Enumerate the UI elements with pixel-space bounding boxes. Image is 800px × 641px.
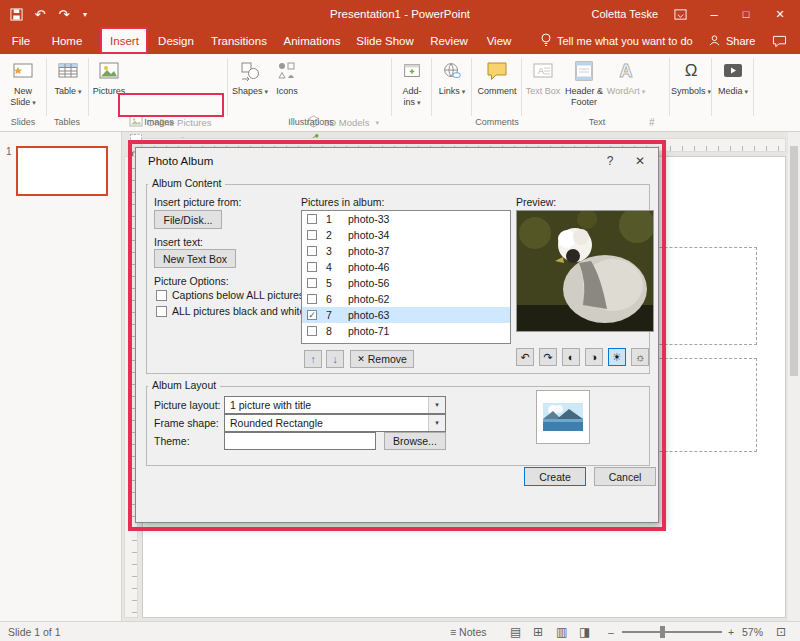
shapes-button[interactable]: Shapes▾	[231, 57, 269, 115]
fit-to-window-button[interactable]: ⊡	[776, 622, 786, 641]
picture-list-item[interactable]: 8photo-71	[302, 323, 510, 339]
rotate-left-button[interactable]: ↶	[516, 348, 534, 366]
picture-list-item[interactable]: 2photo-34	[302, 227, 510, 243]
file-disk-button[interactable]: File/Disk...	[154, 210, 222, 229]
links-button[interactable]: Links▾	[435, 57, 469, 115]
zoom-slider-handle[interactable]	[660, 626, 665, 638]
scrollbar-thumb[interactable]	[790, 146, 798, 376]
frame-shape-dropdown[interactable]: Rounded Rectangle ▾	[224, 414, 446, 432]
text-box-icon: A	[531, 57, 555, 85]
tab-insert[interactable]: Insert	[102, 28, 147, 54]
notes-button[interactable]: ≡ Notes	[450, 622, 487, 641]
comment-button[interactable]: Comment	[475, 57, 519, 115]
text-box-button[interactable]: A Text Box	[525, 57, 561, 115]
tab-transitions[interactable]: Transitions	[204, 28, 274, 54]
browse-button[interactable]: Browse...	[384, 432, 446, 450]
ribbon-display-options-icon[interactable]	[668, 0, 692, 28]
picture-layout-dropdown[interactable]: 1 picture with title ▾	[224, 396, 446, 414]
move-down-button[interactable]: ↓	[326, 350, 344, 368]
tab-slideshow[interactable]: Slide Show	[350, 28, 420, 54]
picture-checkbox[interactable]	[307, 262, 317, 272]
tell-me-box[interactable]: Tell me what you want to do	[540, 28, 693, 54]
close-button[interactable]: ✕	[766, 0, 794, 28]
picture-checkbox[interactable]	[307, 214, 317, 224]
wordart-label: WordArt▾	[607, 86, 645, 97]
zoom-in-button[interactable]: +	[728, 622, 734, 641]
maximize-button[interactable]: □	[732, 0, 760, 28]
picture-list-item-selected[interactable]: ✓7photo-63	[302, 307, 510, 323]
header-footer-button[interactable]: Header & Footer	[563, 57, 605, 115]
new-slide-button[interactable]: New Slide▾	[2, 57, 44, 115]
slide-sorter-view-button[interactable]: ⊞	[533, 622, 543, 641]
chevron-down-icon[interactable]: ▾	[428, 415, 445, 431]
icons-button[interactable]: Icons	[271, 57, 303, 115]
media-button[interactable]: Media▾	[715, 57, 751, 115]
captions-checkbox[interactable]	[156, 290, 167, 301]
picture-list-item[interactable]: 6photo-62	[302, 291, 510, 307]
slideshow-view-button[interactable]: ◨	[579, 622, 590, 641]
new-text-box-button[interactable]: New Text Box	[154, 249, 236, 268]
icons-icon	[275, 57, 299, 85]
dialog-help-button[interactable]: ?	[596, 148, 624, 174]
chevron-down-icon[interactable]: ▾	[428, 397, 445, 413]
symbols-button[interactable]: Ω Symbols▾	[673, 57, 709, 115]
pictures-button[interactable]: Pictures	[91, 57, 127, 115]
signed-in-user[interactable]: Coletta Teske	[592, 0, 658, 28]
group-separator	[391, 58, 392, 116]
tab-animations[interactable]: Animations	[278, 28, 346, 54]
tab-review[interactable]: Review	[424, 28, 474, 54]
picture-list-item[interactable]: 3photo-37	[302, 243, 510, 259]
contrast-up-button[interactable]: ◐	[562, 348, 580, 366]
picture-checkbox[interactable]	[307, 326, 317, 336]
picture-list-item[interactable]: 4photo-46	[302, 259, 510, 275]
picture-checkbox[interactable]	[307, 278, 317, 288]
share-button[interactable]: Share	[708, 28, 755, 54]
tab-design[interactable]: Design	[152, 28, 200, 54]
links-icon	[441, 57, 463, 85]
cancel-button[interactable]: Cancel	[594, 467, 656, 486]
dialog-close-button[interactable]: ✕	[626, 148, 654, 174]
zoom-out-button[interactable]: –	[608, 622, 614, 641]
slide-thumbnail[interactable]	[16, 146, 108, 196]
dropdown-caret-icon: ▾	[265, 88, 269, 95]
pictures-listbox[interactable]: 1photo-33 2photo-34 3photo-37 4photo-46 …	[301, 210, 511, 344]
media-icon	[721, 57, 745, 85]
create-button[interactable]: Create	[524, 467, 586, 486]
black-white-checkbox[interactable]	[156, 306, 167, 317]
black-white-checkbox-label[interactable]: ALL pictures black and white	[172, 305, 305, 317]
insert-picture-from-label: Insert picture from:	[154, 196, 242, 208]
minimize-button[interactable]: –	[700, 0, 728, 28]
contrast-down-button[interactable]: ◑	[585, 348, 603, 366]
tab-file[interactable]: File	[0, 28, 42, 54]
picture-name: photo-34	[348, 229, 389, 241]
brightness-down-button[interactable]: ☼	[631, 348, 649, 366]
brightness-up-button[interactable]: ☀	[608, 348, 626, 366]
text-box-label: Text Box	[526, 86, 561, 97]
picture-layout-value: 1 picture with title	[230, 399, 311, 411]
remove-button[interactable]: ✕ Remove	[350, 350, 414, 368]
move-up-button[interactable]: ↑	[304, 350, 322, 368]
rotate-right-button[interactable]: ↷	[539, 348, 557, 366]
wordart-button[interactable]: A WordArt▾	[607, 57, 645, 115]
picture-checkbox[interactable]	[307, 246, 317, 256]
zoom-slider-track[interactable]	[622, 631, 722, 633]
comments-pane-icon[interactable]	[772, 28, 787, 54]
add-ins-button[interactable]: Add-ins▾	[395, 57, 429, 115]
tab-view[interactable]: View	[478, 28, 520, 54]
theme-input[interactable]	[224, 432, 376, 450]
table-button[interactable]: Table▾	[50, 57, 86, 115]
picture-list-item[interactable]: 1photo-33	[302, 211, 510, 227]
group-label-illustrations: Illustrations	[231, 117, 391, 127]
reading-view-button[interactable]: ▥	[556, 622, 567, 641]
vertical-scrollbar[interactable]	[788, 132, 800, 621]
dropdown-caret-icon: ▾	[462, 88, 466, 95]
normal-view-button[interactable]: ▤	[510, 622, 521, 641]
picture-checkbox[interactable]	[307, 294, 317, 304]
picture-list-item[interactable]: 5photo-56	[302, 275, 510, 291]
tab-home[interactable]: Home	[44, 28, 90, 54]
captions-checkbox-label[interactable]: Captions below ALL pictures	[172, 289, 304, 301]
zoom-percentage[interactable]: 57%	[742, 622, 763, 641]
picture-checkbox-checked[interactable]: ✓	[307, 310, 317, 320]
group-label-slides: Slides	[2, 117, 44, 127]
picture-checkbox[interactable]	[307, 230, 317, 240]
